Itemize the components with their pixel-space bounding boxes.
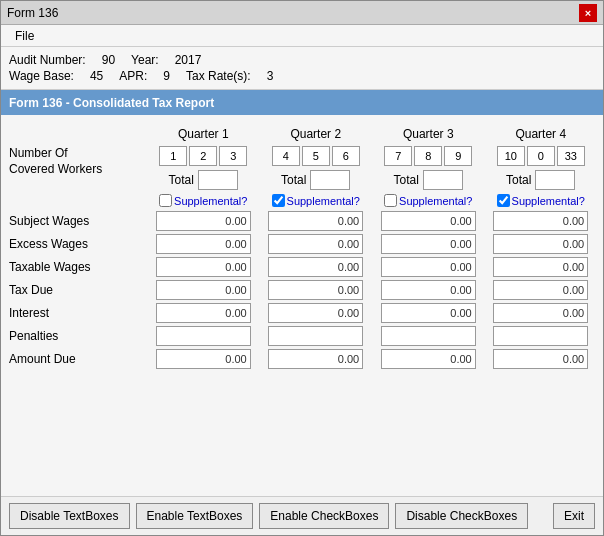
amount-due-q1-input[interactable]	[156, 349, 251, 369]
tax-rates-value: 3	[267, 69, 274, 83]
close-button[interactable]: ×	[579, 4, 597, 22]
interest-q2-input[interactable]	[268, 303, 363, 323]
q2-workers-inputs	[272, 146, 360, 166]
q1-supp-cell: Supplemental?	[147, 194, 260, 207]
q4-m2-input[interactable]	[527, 146, 555, 166]
q4-supplemental-checkbox[interactable]	[497, 194, 510, 207]
subject-wages-q3-input[interactable]	[381, 211, 476, 231]
tax-due-q3-input[interactable]	[381, 280, 476, 300]
q2-total-row: Total	[281, 170, 350, 190]
footer: Disable TextBoxes Enable TextBoxes Enabl…	[1, 496, 603, 535]
interest-q4-cell	[485, 303, 598, 323]
form-title: Form 136 - Consolidated Tax Report	[9, 96, 214, 110]
excess-wages-q3-input[interactable]	[381, 234, 476, 254]
tax-due-q1-input[interactable]	[156, 280, 251, 300]
q3-supp-label: Supplemental?	[399, 195, 472, 207]
q2-supplemental-checkbox[interactable]	[272, 194, 285, 207]
penalties-q1-cell	[147, 326, 260, 346]
q4-total-row: Total	[506, 170, 575, 190]
q3-supplemental-checkbox[interactable]	[384, 194, 397, 207]
q2-total-input[interactable]	[310, 170, 350, 190]
q2-supp-cell: Supplemental?	[260, 194, 373, 207]
q4-total-input[interactable]	[535, 170, 575, 190]
interest-q1-input[interactable]	[156, 303, 251, 323]
q3-m1-input[interactable]	[384, 146, 412, 166]
penalties-q4-input[interactable]	[493, 326, 588, 346]
subject-wages-q2-input[interactable]	[268, 211, 363, 231]
penalties-row: Penalties	[7, 326, 597, 346]
q4-total-label: Total	[506, 173, 531, 187]
main-window: Form 136 × File Audit Number: 90 Year: 2…	[0, 0, 604, 536]
penalties-q3-cell	[372, 326, 485, 346]
taxable-wages-row: Taxable Wages	[7, 257, 597, 277]
tax-due-q4-input[interactable]	[493, 280, 588, 300]
info-row-2: Wage Base: 45 APR: 9 Tax Rate(s): 3	[9, 69, 595, 83]
amount-due-q4-input[interactable]	[493, 349, 588, 369]
q1-m1-input[interactable]	[159, 146, 187, 166]
q2-m1-input[interactable]	[272, 146, 300, 166]
form-header: Form 136 - Consolidated Tax Report	[1, 90, 603, 115]
q1-header-cell: Quarter 1	[147, 127, 260, 144]
q3-workers-cell: Total	[372, 146, 485, 190]
q1-total-input[interactable]	[198, 170, 238, 190]
interest-q4-input[interactable]	[493, 303, 588, 323]
interest-q3-input[interactable]	[381, 303, 476, 323]
interest-q2-cell	[260, 303, 373, 323]
taxable-wages-q3-input[interactable]	[381, 257, 476, 277]
menu-bar: File	[1, 25, 603, 47]
amount-due-q2-cell	[260, 349, 373, 369]
q2-m3-input[interactable]	[332, 146, 360, 166]
penalties-q1-input[interactable]	[156, 326, 251, 346]
taxable-wages-q2-input[interactable]	[268, 257, 363, 277]
taxable-wages-q4-input[interactable]	[493, 257, 588, 277]
covered-workers-section: Number OfCovered Workers Total	[7, 146, 597, 190]
q3-total-input[interactable]	[423, 170, 463, 190]
disable-textboxes-button[interactable]: Disable TextBoxes	[9, 503, 130, 529]
q3-supp-cell: Supplemental?	[372, 194, 485, 207]
interest-q1-cell	[147, 303, 260, 323]
year-value: 2017	[175, 53, 202, 67]
tax-due-q3-cell	[372, 280, 485, 300]
q4-m3-input[interactable]	[557, 146, 585, 166]
amount-due-row: Amount Due	[7, 349, 597, 369]
tax-rates-label: Tax Rate(s):	[186, 69, 251, 83]
file-menu[interactable]: File	[9, 27, 40, 45]
q4-m1-input[interactable]	[497, 146, 525, 166]
taxable-wages-q1-input[interactable]	[156, 257, 251, 277]
enable-checkboxes-button[interactable]: Enable CheckBoxes	[259, 503, 389, 529]
penalties-q4-cell	[485, 326, 598, 346]
tax-due-q2-input[interactable]	[268, 280, 363, 300]
disable-checkboxes-button[interactable]: Disable CheckBoxes	[395, 503, 528, 529]
apr-value: 9	[163, 69, 170, 83]
enable-textboxes-button[interactable]: Enable TextBoxes	[136, 503, 254, 529]
subject-wages-q4-input[interactable]	[493, 211, 588, 231]
subject-wages-q1-input[interactable]	[156, 211, 251, 231]
excess-wages-label: Excess Wages	[7, 237, 147, 251]
q1-m3-input[interactable]	[219, 146, 247, 166]
excess-wages-q2-cell	[260, 234, 373, 254]
exit-button[interactable]: Exit	[553, 503, 595, 529]
excess-wages-q1-input[interactable]	[156, 234, 251, 254]
q2-m2-input[interactable]	[302, 146, 330, 166]
subject-wages-label: Subject Wages	[7, 214, 147, 228]
q4-workers-inputs	[497, 146, 585, 166]
q1-total-label: Total	[169, 173, 194, 187]
q4-supp-label: Supplemental?	[512, 195, 585, 207]
penalties-q2-input[interactable]	[268, 326, 363, 346]
amount-due-q3-cell	[372, 349, 485, 369]
q2-workers-cell: Total	[260, 146, 373, 190]
q1-m2-input[interactable]	[189, 146, 217, 166]
q3-m3-input[interactable]	[444, 146, 472, 166]
q3-m2-input[interactable]	[414, 146, 442, 166]
q3-total-label: Total	[394, 173, 419, 187]
window-title: Form 136	[7, 6, 58, 20]
tax-due-q1-cell	[147, 280, 260, 300]
amount-due-q2-input[interactable]	[268, 349, 363, 369]
penalties-q3-input[interactable]	[381, 326, 476, 346]
info-bar: Audit Number: 90 Year: 2017 Wage Base: 4…	[1, 47, 603, 90]
q3-header: Quarter 3	[403, 127, 454, 141]
q1-supplemental-checkbox[interactable]	[159, 194, 172, 207]
excess-wages-q4-input[interactable]	[493, 234, 588, 254]
amount-due-q3-input[interactable]	[381, 349, 476, 369]
excess-wages-q2-input[interactable]	[268, 234, 363, 254]
